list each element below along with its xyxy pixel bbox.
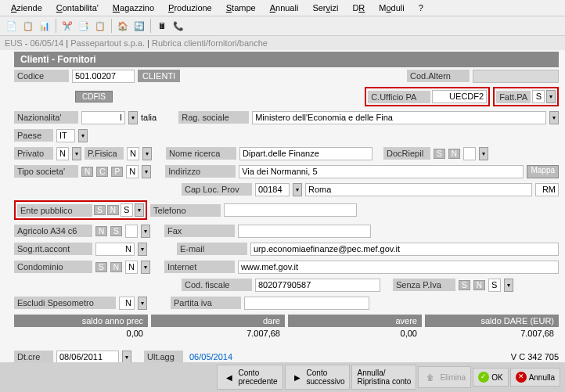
docriepil-field[interactable] [463, 147, 476, 160]
arrow-left-icon: ◀ [222, 370, 236, 384]
dtcre-dropdown-icon[interactable]: ▾ [122, 351, 131, 364]
loc-field[interactable]: Roma [305, 183, 532, 196]
cufficio-field[interactable]: UECDF2 [432, 90, 487, 103]
elimina-button[interactable]: 🗑 Elimina [418, 366, 471, 388]
menu-servizi[interactable]: Servizi [306, 2, 344, 14]
cdfis-button[interactable]: CDFIS [75, 91, 113, 102]
entepubblico-field[interactable]: S [121, 203, 133, 217]
cap-field[interactable]: 00184 [255, 183, 290, 196]
cond-s[interactable]: S [95, 262, 107, 272]
tool-paste-icon[interactable]: 📋 [93, 19, 107, 33]
codfiscale-field[interactable]: 80207790587 [255, 279, 380, 292]
tool-calculator-icon[interactable]: 🖩 [155, 19, 169, 33]
escludi-dropdown-icon[interactable]: ▾ [138, 297, 147, 310]
ragsociale-dropdown-icon[interactable]: ▾ [549, 111, 559, 124]
tiposocieta-field[interactable]: N [126, 165, 139, 178]
partitaiva-label: Partita iva [171, 297, 241, 309]
tool-doc1-icon[interactable]: 📄 [5, 19, 19, 33]
nazionalita-dropdown-icon[interactable]: ▾ [128, 111, 138, 124]
menu-dr[interactable]: DR [346, 2, 371, 14]
tiposoc-n[interactable]: N [81, 167, 93, 177]
agricolo-s[interactable]: S [110, 226, 122, 236]
tool-doc2-icon[interactable]: 📋 [21, 19, 35, 33]
senzapiva-field[interactable]: S [488, 279, 501, 292]
condominio-label: Condominio [14, 261, 92, 273]
email-field[interactable]: urp.economiaefinanze@pec.mef.gov.it [250, 243, 559, 256]
annulla-ripristina-button[interactable]: Annulla/ Ripristina conto [351, 365, 416, 390]
tool-phone-icon[interactable]: 📞 [171, 19, 185, 33]
conto-successivo-button[interactable]: ▶ Conto successivo [285, 365, 351, 390]
nazionalita-field[interactable]: I [81, 111, 125, 124]
menu-help[interactable]: ? [412, 2, 430, 14]
telefono-field[interactable] [224, 203, 357, 217]
agricolo-field[interactable] [125, 225, 138, 238]
prov-field[interactable]: RM [535, 183, 559, 196]
spiva-dropdown-icon[interactable]: ▾ [504, 279, 513, 292]
partitaiva-field[interactable] [244, 297, 369, 310]
cond-n[interactable]: N [110, 262, 122, 272]
tool-refresh-icon[interactable]: 🔄 [132, 19, 146, 33]
mappa-button[interactable]: Mappa [527, 165, 559, 178]
ok-button[interactable]: ✓ OK [473, 368, 508, 387]
menu-produzione[interactable]: Produzione [162, 2, 218, 14]
pfisica-field[interactable]: N [127, 147, 139, 160]
fattpa-dropdown-icon[interactable]: ▾ [546, 90, 556, 103]
tool-home-icon[interactable]: 🏠 [116, 19, 130, 33]
cond-dropdown-icon[interactable]: ▾ [141, 261, 150, 274]
agricolo-n1[interactable]: N [95, 226, 107, 236]
ente-n[interactable]: N [107, 205, 119, 215]
indirizzo-field[interactable]: Via dei Normanni, 5 [239, 165, 524, 178]
tiposoc-c[interactable]: C [96, 167, 108, 177]
nomericerca-field[interactable]: Dipart.delle Finanze [239, 147, 372, 160]
spiva-n[interactable]: N [473, 280, 485, 290]
caploc-label: Cap Loc. Prov [182, 183, 252, 196]
sogrit-dropdown-icon[interactable]: ▾ [138, 243, 147, 256]
cap-dropdown-icon[interactable]: ▾ [293, 183, 302, 196]
condominio-field[interactable]: N [125, 261, 138, 274]
paese-field[interactable]: IT [56, 129, 75, 142]
total-dare-value: 7.007,68 [151, 327, 285, 340]
docriepil-dropdown-icon[interactable]: ▾ [479, 147, 488, 160]
total-saldo-dare-value: 7.007,68 [425, 327, 559, 340]
agricolo-dropdown-icon[interactable]: ▾ [141, 225, 150, 238]
tool-calc-icon[interactable]: 📊 [38, 19, 52, 33]
escludi-field[interactable]: N [119, 297, 135, 310]
codice-field[interactable]: 501.00207 [72, 70, 135, 83]
codice-label: Codice [14, 70, 69, 82]
escludi-label: Escludi Spesometro [14, 297, 116, 309]
privato-dropdown-icon[interactable]: ▾ [72, 147, 81, 160]
privato-field[interactable]: N [56, 147, 69, 160]
tool-cut-icon[interactable]: ✂️ [60, 19, 74, 33]
tool-copy-icon[interactable]: 📑 [77, 19, 91, 33]
sogrit-field[interactable]: N [95, 243, 135, 256]
tiposoc-dropdown-icon[interactable]: ▾ [142, 165, 151, 178]
menu-moduli[interactable]: Moduli [372, 2, 410, 14]
menu-stampe[interactable]: Stampe [220, 2, 262, 14]
ente-s[interactable]: S [94, 205, 106, 215]
tiposoc-p[interactable]: P [111, 167, 123, 177]
codaltern-field[interactable] [473, 70, 559, 83]
internet-field[interactable]: www.mef.gov.it [238, 261, 559, 274]
tipo-label: CLIENTI [138, 70, 180, 82]
docriepil-s[interactable]: S [434, 149, 445, 159]
ente-dropdown-icon[interactable]: ▾ [135, 203, 144, 217]
menu-annuali[interactable]: Annuali [264, 2, 305, 14]
paese-dropdown-icon[interactable]: ▾ [78, 129, 88, 142]
annulla-button[interactable]: ✕ Annulla [510, 368, 560, 387]
window-title: Clienti - Fornitori [14, 52, 559, 67]
menu-contabilita[interactable]: Contabilita' [50, 2, 105, 14]
fax-field[interactable] [238, 225, 371, 238]
ultagg-label: Ult.agg [144, 351, 183, 363]
docriepil-n[interactable]: N [448, 149, 460, 159]
pfisica-dropdown-icon[interactable]: ▾ [142, 147, 152, 160]
dtcre-field[interactable]: 08/06/2011 [56, 351, 119, 364]
conto-precedente-button[interactable]: ◀ Conto precedente [217, 365, 283, 390]
fattpa-field[interactable]: S [532, 90, 545, 103]
menu-magazzino[interactable]: Magazzino [106, 2, 160, 14]
breadcrumb-path: Rubrica clienti/fornitori/banche [152, 38, 268, 48]
spiva-s[interactable]: S [459, 280, 470, 290]
menu-aziende[interactable]: Aziende [5, 2, 49, 14]
telefono-label: Telefono [150, 204, 221, 217]
ultagg-value: 06/05/2014 [186, 351, 236, 363]
ragsociale-field[interactable]: Ministero dell'Economia e delle Fina [252, 111, 546, 124]
